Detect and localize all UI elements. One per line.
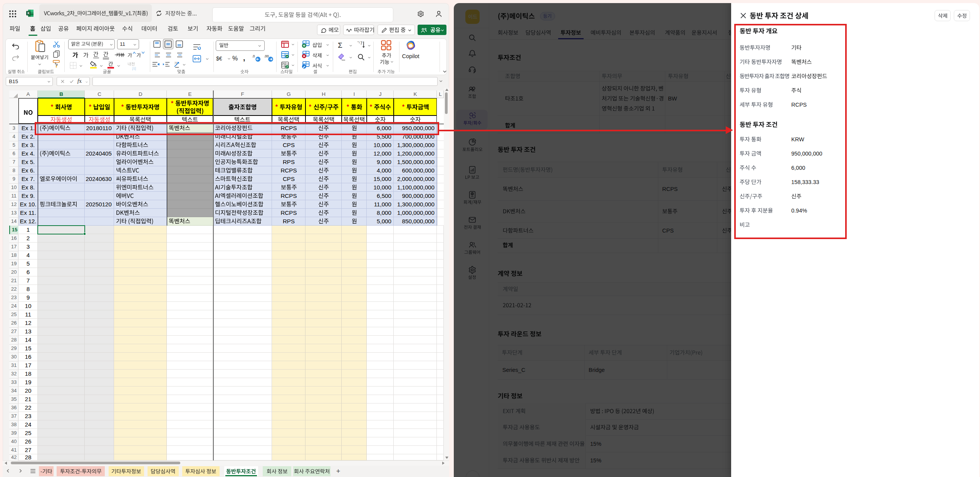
svg-text:가: 가	[174, 61, 178, 65]
svg-text:.00: .00	[264, 54, 269, 58]
svg-text:7: 7	[360, 41, 362, 45]
svg-text:X: X	[27, 11, 29, 15]
svg-text:.0: .0	[252, 54, 255, 58]
svg-text:ㄱ: ㄱ	[357, 41, 360, 45]
